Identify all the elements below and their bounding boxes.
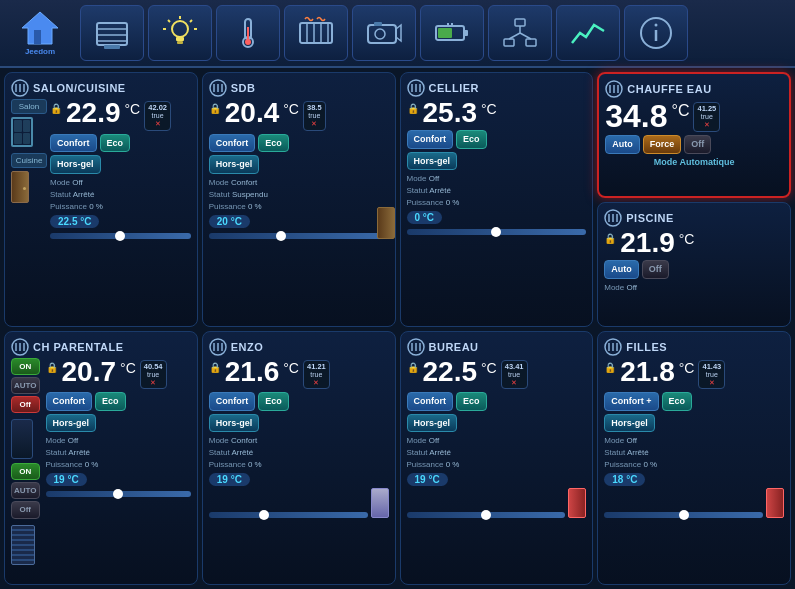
svg-rect-27 bbox=[374, 22, 382, 26]
filles-door-icon bbox=[766, 488, 784, 518]
svg-rect-35 bbox=[526, 39, 536, 46]
enzo-bottom-temp: 19 °C bbox=[209, 473, 250, 486]
filles-temp: 21.8 bbox=[620, 358, 675, 386]
parentale-auto-btn[interactable]: AUTO bbox=[11, 377, 40, 394]
enzo-temp: 21.6 bbox=[225, 358, 280, 386]
svg-rect-29 bbox=[464, 30, 468, 36]
salon-door bbox=[11, 171, 29, 203]
room-card-ch-parentale: CH PARENTALE ON AUTO Off ON AUTO Off 🔒 2… bbox=[4, 331, 198, 586]
nav-info-btn[interactable] bbox=[624, 5, 688, 61]
parentale-unit: °C bbox=[120, 360, 136, 376]
svg-line-11 bbox=[168, 20, 170, 22]
sdb-confort-btn[interactable]: Confort bbox=[209, 134, 256, 153]
parentale-on-btn[interactable]: ON bbox=[11, 358, 40, 375]
sdb-info: Mode Confort Statut Suspendu Puissance 0… bbox=[209, 177, 389, 213]
enzo-horsgel-btn[interactable]: Hors-gel bbox=[209, 414, 260, 433]
parentale-btn-row2: Hors-gel bbox=[46, 414, 191, 433]
nav-radiator-btn[interactable] bbox=[284, 5, 348, 61]
sdb-eco-btn[interactable]: Eco bbox=[258, 134, 289, 153]
nav-light-btn[interactable] bbox=[148, 5, 212, 61]
salon-slider[interactable] bbox=[50, 233, 191, 239]
enzo-slider[interactable] bbox=[209, 512, 368, 518]
sdb-bottom-temp: 20 °C bbox=[209, 215, 250, 228]
parentale-eco-btn[interactable]: Eco bbox=[95, 392, 126, 411]
app-logo[interactable]: Jeedom bbox=[8, 5, 72, 61]
filles-badge: 41.43 true ✕ bbox=[698, 360, 725, 390]
enzo-eco-btn[interactable]: Eco bbox=[258, 392, 289, 411]
nav-chart-btn[interactable] bbox=[556, 5, 620, 61]
room-card-bureau: BUREAU 🔒 22.5 °C 43.41 true ✕ Confort Ec… bbox=[400, 331, 594, 586]
filles-horsgel-btn[interactable]: Hors-gel bbox=[604, 414, 655, 433]
chauffe-off-btn[interactable]: Off bbox=[684, 135, 711, 154]
sdb-title: SDB bbox=[231, 82, 256, 94]
svg-point-18 bbox=[245, 39, 251, 45]
parentale-ac-icon bbox=[11, 419, 33, 459]
nav-battery-btn[interactable] bbox=[420, 5, 484, 61]
filles-slider[interactable] bbox=[604, 512, 763, 518]
cellier-temp: 25.3 bbox=[423, 99, 478, 127]
cellier-eco-btn[interactable]: Eco bbox=[456, 130, 487, 149]
parentale-radiator-icon bbox=[11, 525, 35, 565]
nav-network-btn[interactable] bbox=[488, 5, 552, 61]
bureau-slider[interactable] bbox=[407, 512, 566, 518]
bureau-confort-btn[interactable]: Confort bbox=[407, 392, 454, 411]
card-header-parentale: CH PARENTALE bbox=[11, 338, 191, 356]
filles-confortplus-btn[interactable]: Confort + bbox=[604, 392, 658, 411]
room-card-filles: FILLES 🔒 21.8 °C 41.43 true ✕ Confort + … bbox=[597, 331, 791, 586]
salon-temp: 22.9 bbox=[66, 99, 121, 127]
sdb-horsgel-btn[interactable]: Hors-gel bbox=[209, 155, 260, 174]
salon-bottom-temp: 22.5 °C bbox=[50, 215, 99, 228]
piscine-unit: °C bbox=[679, 231, 695, 247]
enzo-info: Mode Confort Statut Arrêté Puissance 0 % bbox=[209, 435, 389, 471]
app-name-label: Jeedom bbox=[25, 47, 55, 56]
piscine-off-btn[interactable]: Off bbox=[642, 260, 669, 279]
svg-rect-1 bbox=[34, 30, 41, 44]
room-card-chauffe-eau: CHAUFFE EAU 34.8 °C 41.25 true ✕ Auto Fo… bbox=[597, 72, 791, 198]
salon-eco-btn[interactable]: Eco bbox=[100, 134, 131, 153]
parentale-off2-btn[interactable]: Off bbox=[11, 501, 40, 518]
svg-line-37 bbox=[509, 33, 520, 39]
salon-unit: °C bbox=[125, 101, 141, 117]
room-grid: SALON/CUISINE Salon Cuisine 🔒 22.9 °C 42… bbox=[0, 68, 795, 589]
filles-eco-btn[interactable]: Eco bbox=[662, 392, 693, 411]
bureau-eco-btn[interactable]: Eco bbox=[456, 392, 487, 411]
bureau-door-icon bbox=[568, 488, 586, 518]
card-header-cellier: CELLIER bbox=[407, 79, 587, 97]
parentale-confort-btn[interactable]: Confort bbox=[46, 392, 93, 411]
svg-rect-34 bbox=[504, 39, 514, 46]
salon-confort-btn[interactable]: Confort bbox=[50, 134, 97, 153]
nav-thermometer-btn[interactable] bbox=[216, 5, 280, 61]
bureau-bottom-temp: 19 °C bbox=[407, 473, 448, 486]
cellier-btn-row1: Confort Eco bbox=[407, 130, 587, 149]
salon-tag: Salon bbox=[11, 99, 47, 114]
cellier-title: CELLIER bbox=[429, 82, 480, 94]
parentale-on2-btn[interactable]: ON bbox=[11, 463, 40, 480]
piscine-temp: 21.9 bbox=[620, 229, 675, 257]
enzo-btn-row1: Confort Eco bbox=[209, 392, 389, 411]
parentale-slider[interactable] bbox=[46, 491, 191, 497]
cellier-confort-btn[interactable]: Confort bbox=[407, 130, 454, 149]
parentale-title: CH PARENTALE bbox=[33, 341, 124, 353]
sdb-slider[interactable] bbox=[209, 233, 389, 239]
room-card-salon-cuisine: SALON/CUISINE Salon Cuisine 🔒 22.9 °C 42… bbox=[4, 72, 198, 327]
nav-garage-btn[interactable] bbox=[80, 5, 144, 61]
parentale-auto2-btn[interactable]: AUTO bbox=[11, 482, 40, 499]
salon-horsgel-btn[interactable]: Hors-gel bbox=[50, 155, 101, 174]
sdb-badge: 38.5 true ✕ bbox=[303, 101, 326, 131]
cellier-horsgel-btn[interactable]: Hors-gel bbox=[407, 152, 458, 171]
parentale-off-btn[interactable]: Off bbox=[11, 396, 40, 413]
sdb-lock-icon: 🔒 bbox=[209, 103, 221, 114]
bureau-horsgel-btn[interactable]: Hors-gel bbox=[407, 414, 458, 433]
salon-btn-row1: Confort Eco bbox=[50, 134, 191, 153]
cellier-slider[interactable] bbox=[407, 229, 587, 235]
enzo-confort-btn[interactable]: Confort bbox=[209, 392, 256, 411]
parentale-bottom-temp: 19 °C bbox=[46, 473, 87, 486]
nav-camera-btn[interactable] bbox=[352, 5, 416, 61]
right-column: CHAUFFE EAU 34.8 °C 41.25 true ✕ Auto Fo… bbox=[597, 72, 791, 327]
chauffe-force-btn[interactable]: Force bbox=[643, 135, 682, 154]
parentale-horsgel-btn[interactable]: Hors-gel bbox=[46, 414, 97, 433]
piscine-auto-btn[interactable]: Auto bbox=[604, 260, 639, 279]
chauffe-auto-btn[interactable]: Auto bbox=[605, 135, 640, 154]
parentale-temp: 20.7 bbox=[62, 358, 117, 386]
card-header-salon: SALON/CUISINE bbox=[11, 79, 191, 97]
